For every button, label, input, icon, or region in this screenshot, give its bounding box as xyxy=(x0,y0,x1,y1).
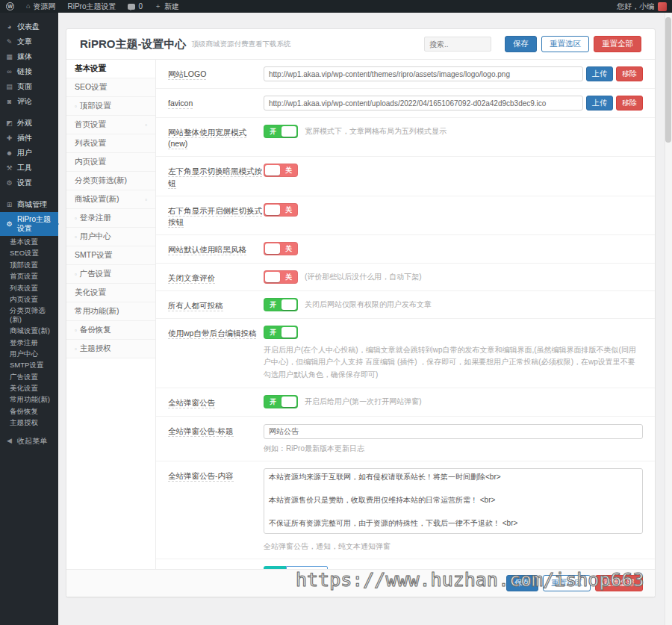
sidebar-subitem-user-center[interactable]: 用户中心 xyxy=(0,348,58,359)
sidebar-subitem-home[interactable]: 首页设置 xyxy=(0,270,58,282)
search-input[interactable] xyxy=(424,37,491,52)
comments-link[interactable]: 0 xyxy=(122,0,149,13)
sidebar-subitem-single[interactable]: 内页设置 xyxy=(0,293,58,305)
sidebar-item-settings[interactable]: ⚙设置 xyxy=(0,175,58,190)
upload-button[interactable]: 上传 xyxy=(586,66,613,81)
tab-backup[interactable]: ▫备份恢复 xyxy=(66,321,155,340)
wide-mode-toggle[interactable]: 开 xyxy=(264,125,298,138)
sidebar-item-dashboard[interactable]: ◕仪表盘 xyxy=(0,19,58,34)
tab-ads[interactable]: ▫广告设置 xyxy=(66,265,155,284)
settings-panel: RiPRO主题-设置中心 顶级商城资源付费查看下载系统 保存 重置选区 重置全部… xyxy=(66,28,656,597)
wordpress-icon: W xyxy=(6,2,14,10)
tab-icon: ▫ xyxy=(75,103,77,110)
sidebar-item-tools[interactable]: ⚒工具 xyxy=(0,161,58,175)
sidebar-subitem-common[interactable]: 常用功能(新) xyxy=(0,394,58,405)
sidebar-item-users[interactable]: ☻用户 xyxy=(0,146,58,161)
tab-seo[interactable]: SEO设置 xyxy=(66,78,155,97)
remove-button[interactable]: 移除 xyxy=(616,66,643,81)
reset-section-button[interactable]: 重置选区 xyxy=(541,36,589,52)
wp-editor-toggle[interactable]: 开 xyxy=(264,326,298,339)
sidebar-subitem-shop[interactable]: 商城设置(新) xyxy=(0,325,58,336)
sidebar-subitem-category-filter[interactable]: 分类页筛选(新) xyxy=(0,305,58,325)
sidebar-switch-button-toggle[interactable]: 关 xyxy=(264,203,298,217)
sidebar-subitem-label: 用户中心 xyxy=(10,349,38,358)
page-subtitle: 顶级商城资源付费查看下载系统 xyxy=(192,40,291,49)
sidebar-subitem-login-register[interactable]: 登录注册 xyxy=(0,337,58,348)
tab-license[interactable]: ▫主题授权 xyxy=(66,340,155,358)
settings-tabs: 基本设置SEO设置▫顶部设置首页设置▫列表设置内页设置分类页筛选(新)商城设置(… xyxy=(66,60,156,569)
darkmode-button-toggle[interactable]: 关 xyxy=(264,164,298,177)
tab-smtp[interactable]: SMTP设置 xyxy=(66,246,155,265)
tab-shop[interactable]: 商城设置(新)▫ xyxy=(66,190,155,209)
sidebar-item-plugins[interactable]: ✚插件 xyxy=(0,131,58,146)
save-button-footer[interactable]: 保存 xyxy=(506,575,538,591)
wordpress-menu[interactable]: W xyxy=(0,0,20,13)
sidebar-subitem-license[interactable]: 主题授权 xyxy=(0,417,58,428)
tab-beautify[interactable]: 美化设置 xyxy=(66,284,155,302)
tab-category-filter[interactable]: 分类页筛选(新) xyxy=(66,172,155,190)
field-label: favicon xyxy=(168,96,264,111)
admin-bar: W ⌂ 资源网 RiPro主题设置 0 ＋ 新建 您好，小编 xyxy=(0,0,672,13)
sidebar-item-label: 仪表盘 xyxy=(17,22,40,31)
wp-sidebar: ◕仪表盘✎文章▦媒体∞链接▤页面◙评论 ◩外观✚插件☻用户⚒工具⚙设置 ⊞商城管… xyxy=(0,13,58,625)
theme-settings-link[interactable]: RiPro主题设置 xyxy=(61,0,122,13)
reset-all-button-footer[interactable]: 重置全部 xyxy=(595,575,643,591)
favicon-input[interactable] xyxy=(264,96,583,111)
sidebar-item-collapse-menu[interactable]: ◀ 收起菜单 xyxy=(0,434,58,449)
tab-icon: ▫ xyxy=(75,327,77,334)
tab-list[interactable]: 列表设置 xyxy=(66,134,155,153)
sidebar-subitem-beautify[interactable]: 美化设置 xyxy=(0,382,58,394)
popup-title-input[interactable] xyxy=(264,424,643,439)
sidebar-item-ripro-settings[interactable]: ⚙RiPro主题设置 xyxy=(0,212,58,236)
tab-basic[interactable]: 基本设置 xyxy=(66,60,155,78)
toggle-knob xyxy=(281,327,296,338)
sidebar-subitem-ads[interactable]: 广告设置 xyxy=(0,371,58,382)
sidebar-item-label: 工具 xyxy=(17,164,32,172)
sidebar-item-label: 插件 xyxy=(17,134,32,143)
tab-common[interactable]: 常用功能(新) xyxy=(66,302,155,321)
tab-user-center[interactable]: ▫用户中心 xyxy=(66,228,155,246)
sidebar-subitem-list[interactable]: 列表设置 xyxy=(0,282,58,293)
tab-top[interactable]: ▫顶部设置 xyxy=(66,97,155,116)
remove-button[interactable]: 移除 xyxy=(616,96,643,111)
sidebar-subitem-seo[interactable]: SEO设置 xyxy=(0,247,58,258)
save-button[interactable]: 保存 xyxy=(505,36,537,52)
sidebar-subitem-top[interactable]: 顶部设置 xyxy=(0,259,58,270)
field-label-text: 网站整体使用宽屏模式(new) xyxy=(168,128,246,149)
tab-single[interactable]: 内页设置 xyxy=(66,153,155,172)
toggle-state-label: 关 xyxy=(285,166,292,175)
popup-content-textarea[interactable] xyxy=(264,468,643,534)
sidebar-subitem-smtp[interactable]: SMTP设置 xyxy=(0,359,58,370)
scrollbar-thumb[interactable] xyxy=(665,17,671,143)
sidebar-item-shop-manage[interactable]: ⊞商城管理 xyxy=(0,197,58,212)
upload-button[interactable]: 上传 xyxy=(586,96,613,111)
field-label: 所有人都可投稿 xyxy=(168,298,264,311)
reset-all-button[interactable]: 重置全部 xyxy=(594,36,641,52)
everyone-post-toggle[interactable]: 开 xyxy=(264,298,298,311)
site-logo-input[interactable] xyxy=(264,66,583,81)
sidebar-item-media[interactable]: ▦媒体 xyxy=(0,49,58,64)
sidebar-item-comments[interactable]: ◙评论 xyxy=(0,94,58,109)
reset-section-button-footer[interactable]: 重置选区 xyxy=(543,575,591,591)
close-rating-toggle[interactable]: 关 xyxy=(264,270,298,284)
page-scrollbar[interactable] xyxy=(665,13,672,625)
field-label-text: 全站弹窗公告 xyxy=(168,398,215,408)
sidebar-subitem-basic[interactable]: 基本设置 xyxy=(0,236,58,247)
user-greeting[interactable]: 您好，小编 xyxy=(617,1,654,12)
sidebar-subitem-backup[interactable]: 备份恢复 xyxy=(0,405,58,417)
field-control: 例如：RiPro最新版本更新日志 xyxy=(264,423,643,454)
tab-home[interactable]: 首页设置▫ xyxy=(66,116,155,134)
comment-icon xyxy=(128,4,135,10)
site-link[interactable]: ⌂ 资源网 xyxy=(20,0,61,13)
default-dark-toggle[interactable]: 关 xyxy=(264,242,298,255)
field-control: 上传移除 xyxy=(264,66,643,81)
admin-content: RiPRO主题-设置中心 顶级商城资源付费查看下载系统 保存 重置选区 重置全部… xyxy=(58,13,672,625)
sidebar-item-posts[interactable]: ✎文章 xyxy=(0,34,58,49)
popup-notice-toggle[interactable]: 开 xyxy=(264,395,298,408)
new-content-menu[interactable]: ＋ 新建 xyxy=(149,0,185,13)
tab-login-register[interactable]: ▫登录注册 xyxy=(66,209,155,228)
sidebar-item-appearance[interactable]: ◩外观 xyxy=(0,116,58,131)
sidebar-item-pages[interactable]: ▤页面 xyxy=(0,79,58,94)
sidebar-item-links[interactable]: ∞链接 xyxy=(0,64,58,79)
collapse-icon: ◀ xyxy=(5,437,13,445)
